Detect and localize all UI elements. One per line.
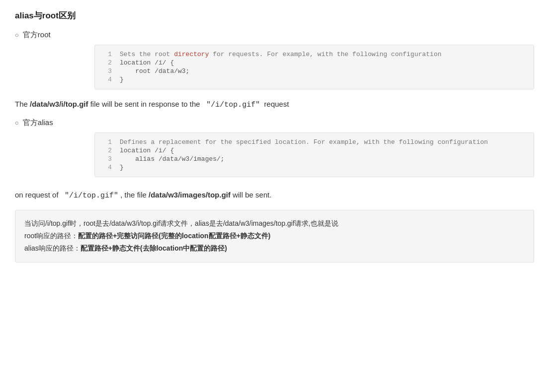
note-box: 当访问/i/top.gif时，root是去/data/w3/i/top.gif请…	[15, 210, 534, 262]
note-line-1: 当访问/i/top.gif时，root是去/data/w3/i/top.gif请…	[24, 217, 525, 230]
line-content-2: location /i/ {	[120, 59, 174, 66]
prose1-quoted1: "/i/top.gif"	[206, 101, 260, 109]
line-num-4: 4	[102, 76, 112, 83]
prose-text-2: on request of "/i/top.gif" , the file /d…	[15, 189, 534, 202]
alias-code-line-4: 4 }	[95, 163, 534, 172]
alias-label: 官方alias	[23, 118, 53, 128]
line-content-3: root /data/w3;	[120, 67, 189, 75]
prose2-before: on request of	[15, 191, 65, 199]
alias-line-content-1: Defines a replacement for the specified …	[120, 138, 488, 146]
prose-text-1: The /data/w3/i/top.gif file will be sent…	[15, 98, 534, 111]
prose1-after: request	[260, 100, 289, 108]
alias-code-line-1: 1 Defines a replacement for the specifie…	[95, 138, 534, 146]
code-line-2: 2 location /i/ {	[95, 59, 534, 67]
page-title: alias与root区别	[15, 10, 534, 21]
note-line1-before: 当访问/i/top.gif时，root是去/data/w3/i/top.gif请…	[24, 219, 338, 227]
alias-line-content-3: alias /data/w3/images/;	[120, 155, 225, 163]
root-code-block: 1 Sets the root directory for requests. …	[94, 45, 534, 89]
bullet-icon-alias: ○	[15, 119, 19, 127]
prose1-before: The	[15, 100, 30, 108]
alias-code-line-3: 3 alias /data/w3/images/;	[95, 155, 534, 163]
alias-line-num-4: 4	[102, 164, 112, 171]
alias-bullet: ○ 官方alias	[15, 118, 534, 128]
prose2-middle1: , the file	[118, 191, 149, 199]
line-content-1: Sets the root directory for requests. Fo…	[120, 51, 442, 58]
note-line-3: alias响应的路径：配置路径+静态文件(去除location中配置的路径)	[24, 242, 525, 255]
note-line2-bold: 配置的路径+完整访问路径(完整的location配置路径+静态文件)	[78, 232, 270, 240]
alias-line-num-1: 1	[102, 138, 112, 146]
prose2-bold1: /data/w3/images/top.gif	[149, 191, 231, 199]
note-line3-before: alias响应的路径：	[24, 244, 80, 252]
alias-section: ○ 官方alias 1 Defines a replacement for th…	[15, 118, 534, 177]
alias-line-num-3: 3	[102, 155, 112, 163]
prose1-middle1: file will be sent in response to the	[88, 100, 207, 108]
code-line-4: 4 }	[95, 75, 534, 84]
line-num-1: 1	[102, 51, 112, 58]
alias-code-line-2: 2 location /i/ {	[95, 146, 534, 155]
code-line-1: 1 Sets the root directory for requests. …	[95, 50, 534, 59]
root-label: 官方root	[23, 30, 51, 40]
alias-line-num-2: 2	[102, 147, 112, 154]
line-num-2: 2	[102, 59, 112, 66]
line-num-3: 3	[102, 67, 112, 75]
alias-code-block: 1 Defines a replacement for the specifie…	[94, 132, 534, 177]
root-bullet: ○ 官方root	[15, 30, 534, 40]
line-content-4: }	[120, 76, 124, 83]
root-section: ○ 官方root 1 Sets the root directory for r…	[15, 30, 534, 89]
note-line-2: root响应的路径：配置的路径+完整访问路径(完整的location配置路径+静…	[24, 230, 525, 242]
alias-line-content-2: location /i/ {	[120, 147, 174, 154]
bullet-icon-root: ○	[15, 31, 19, 39]
prose2-quoted1: "/i/top.gif"	[65, 192, 118, 200]
note-line3-bold: 配置路径+静态文件(去除location中配置的路径)	[80, 244, 227, 252]
code-line-3: 3 root /data/w3;	[95, 67, 534, 75]
prose2-after: will be sent.	[231, 191, 272, 199]
prose1-bold1: /data/w3/i/top.gif	[30, 100, 88, 108]
alias-line-content-4: }	[120, 164, 124, 171]
note-line2-before: root响应的路径：	[24, 232, 78, 240]
